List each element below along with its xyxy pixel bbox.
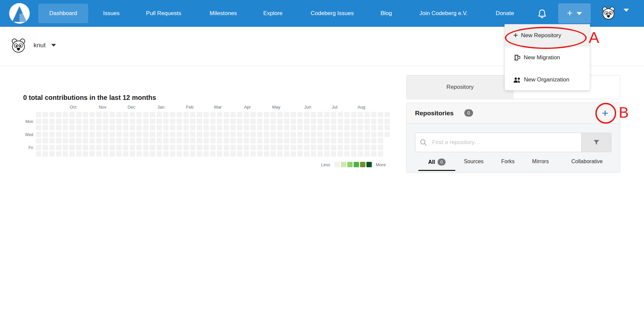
contribution-cell (311, 145, 316, 150)
contribution-cell (69, 138, 75, 143)
contribution-cell (177, 145, 182, 150)
contribution-cell (163, 145, 169, 150)
add-repository-button[interactable]: + (602, 107, 608, 119)
nav-item-donate[interactable]: Donate (496, 0, 514, 27)
nav-item-join-codeberg[interactable]: Join Codeberg e.V. (419, 0, 468, 27)
polar-bear-avatar-icon (10, 38, 26, 54)
repo-tab-collaborative[interactable]: Collaborative (571, 159, 602, 165)
nav-item-milestones[interactable]: Milestones (210, 0, 237, 27)
nav-item-explore[interactable]: Explore (263, 0, 283, 27)
contribution-cell (90, 138, 95, 143)
contribution-cell (123, 138, 128, 143)
menu-item-new-repository[interactable]: + New Repository (505, 24, 590, 47)
day-label: Mon (13, 119, 33, 124)
repository-search-input[interactable] (415, 133, 581, 152)
contribution-cell (76, 119, 81, 124)
contribution-cell (237, 125, 242, 130)
contribution-cell (190, 119, 195, 124)
contribution-cell (324, 138, 330, 143)
contribution-cell (177, 151, 182, 157)
contribution-cell (197, 138, 202, 143)
contribution-cell (36, 119, 41, 124)
contribution-cell (210, 145, 216, 150)
contribution-cell (304, 119, 309, 124)
contribution-cell (237, 145, 242, 150)
contribution-cell (297, 132, 303, 137)
menu-item-new-organization[interactable]: New Organization (505, 69, 590, 91)
contribution-cell (36, 132, 41, 137)
contribution-cell (96, 138, 102, 143)
repo-tab-all[interactable]: All0 (428, 159, 446, 166)
repo-tab-sources[interactable]: Sources (464, 159, 484, 165)
contribution-cell (90, 125, 95, 130)
contribution-cell (291, 151, 296, 157)
contribution-cell (271, 125, 276, 130)
tab-repository[interactable]: Repository (407, 75, 514, 99)
contribution-cell (358, 112, 363, 117)
day-label: Wed (13, 132, 33, 137)
contribution-cell (170, 125, 175, 130)
user-menu-chevron[interactable] (624, 12, 629, 18)
contribution-cell (237, 132, 242, 137)
contribution-cell (136, 112, 142, 117)
username-label[interactable]: knut (34, 42, 46, 49)
active-tab-underline (418, 170, 455, 171)
notifications-bell-button[interactable] (536, 8, 548, 20)
contribution-cell (237, 138, 242, 143)
contribution-cell (304, 145, 309, 150)
contribution-cell (76, 132, 81, 137)
contribution-cell (358, 125, 363, 130)
nav-item-pull-requests[interactable]: Pull Requests (146, 0, 181, 27)
contribution-cell (331, 132, 336, 137)
repo-tab-mirrors[interactable]: Mirrors (532, 159, 549, 165)
nav-item-issues[interactable]: Issues (103, 0, 119, 27)
contribution-cell (170, 138, 175, 143)
repo-tab-forks[interactable]: Forks (501, 159, 515, 165)
create-new-dropdown-button[interactable]: + (558, 3, 591, 23)
contribution-cell (331, 125, 336, 130)
contribution-cell (217, 112, 222, 117)
user-avatar-page[interactable] (10, 38, 26, 54)
contribution-cell (96, 119, 102, 124)
contribution-cell (257, 119, 262, 124)
contribution-cell (331, 145, 336, 150)
contribution-cell (297, 125, 303, 130)
contribution-cell (143, 119, 149, 124)
contribution-cell (324, 151, 330, 157)
contribution-cell (250, 112, 256, 117)
contribution-cell (250, 119, 256, 124)
contribution-cell (56, 125, 61, 130)
repo-tab-all-label: All (428, 159, 435, 165)
contribution-cell (250, 132, 256, 137)
user-avatar-navbar[interactable] (601, 6, 616, 20)
contribution-cell (177, 132, 182, 137)
legend-swatch (360, 162, 365, 167)
contribution-cell (197, 145, 202, 150)
contribution-cell (271, 145, 276, 150)
nav-item-codeberg-issues[interactable]: Codeberg Issues (311, 0, 354, 27)
contribution-cell (116, 151, 122, 157)
contribution-cell (317, 112, 323, 117)
contribution-cell (284, 138, 289, 143)
contribution-cell (197, 151, 202, 157)
contribution-cell (157, 145, 162, 150)
nav-item-blog[interactable]: Blog (380, 0, 392, 27)
contribution-cell (170, 145, 175, 150)
contribution-cell (371, 132, 376, 137)
contribution-cell (277, 132, 283, 137)
contribution-cell (297, 151, 303, 157)
contribution-cell (271, 151, 276, 157)
contribution-cell (197, 132, 202, 137)
contribution-cell (237, 119, 242, 124)
legend-swatches (335, 162, 372, 167)
contribution-cell (43, 112, 48, 117)
contribution-cell (197, 119, 202, 124)
repository-filter-button[interactable] (581, 133, 611, 152)
month-label: May (272, 105, 281, 110)
contribution-cell (103, 145, 108, 150)
contribution-cell (244, 138, 249, 143)
codeberg-logo[interactable] (9, 3, 30, 24)
user-context-chevron[interactable] (51, 44, 56, 47)
nav-item-dashboard[interactable]: Dashboard (38, 4, 88, 23)
menu-item-new-migration[interactable]: New Migration (505, 47, 590, 69)
